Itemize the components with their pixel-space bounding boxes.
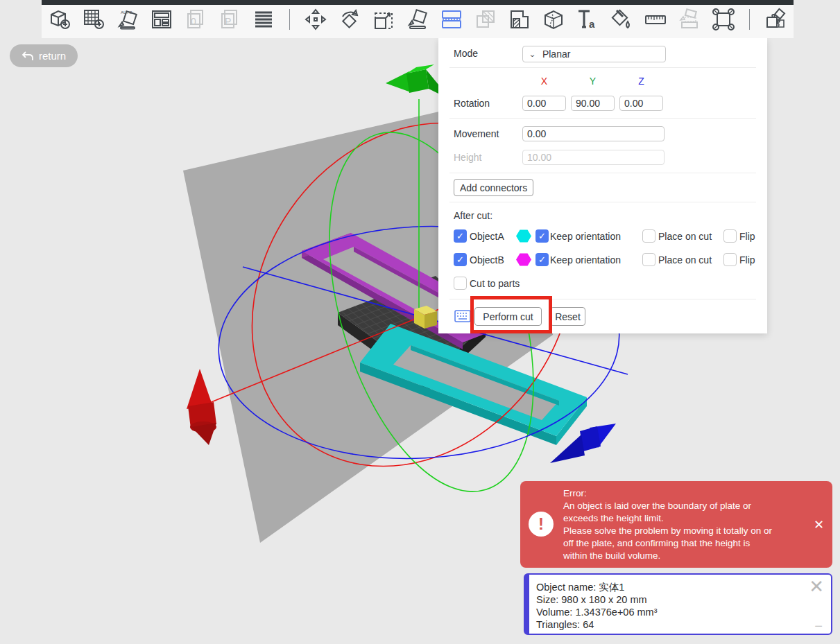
mode-label: Mode: [454, 48, 478, 59]
rotation-x-input[interactable]: [522, 96, 566, 111]
object-b-flip-checkbox[interactable]: [723, 253, 737, 266]
object-a-checkbox[interactable]: ✓: [454, 229, 467, 243]
boolean-tool-icon[interactable]: [473, 6, 498, 33]
add-connectors-button[interactable]: Add connectors: [454, 179, 533, 196]
return-label: return: [39, 50, 66, 62]
return-button[interactable]: return: [10, 44, 78, 67]
after-cut-row-object-a: ✓ ObjectA ✓ Keep orientation Place on cu…: [438, 229, 767, 245]
move-tool-icon[interactable]: [303, 6, 328, 33]
object-b-label: ObjectB: [470, 254, 504, 266]
after-cut-row-object-b: ✓ ObjectB ✓ Keep orientation Place on cu…: [438, 253, 767, 268]
svg-text:a: a: [589, 18, 595, 30]
rotation-label: Rotation: [454, 98, 490, 109]
split-parts-tool-icon[interactable]: [763, 6, 788, 33]
object-volume-line: Volume: 1.34376e+06 mm³: [536, 606, 658, 618]
svg-text:P: P: [225, 16, 231, 27]
split-cube-tool-icon[interactable]: [541, 6, 566, 33]
height-label: Height: [454, 152, 481, 163]
object-b-place-on-cut-checkbox[interactable]: [642, 253, 655, 266]
place-on-cut-label: Place on cut: [658, 231, 712, 242]
error-message: Error: An object is laid over the bounda…: [563, 487, 792, 562]
mode-value: Planar: [542, 49, 570, 60]
fixture-tool-icon[interactable]: [711, 6, 736, 33]
cut-panel: Mode ⌄ Planar X Y Z Rotation Movement He…: [438, 38, 767, 333]
object-name-line: Object name: 实体1: [536, 581, 658, 593]
svg-text:0: 0: [191, 16, 196, 27]
cut-tool-icon[interactable]: [439, 6, 464, 33]
place-on-cut-label: Place on cut: [658, 254, 712, 266]
rotate-tool-icon[interactable]: [337, 6, 362, 33]
mode-select[interactable]: ⌄ Planar: [522, 46, 666, 62]
rotation-z-input[interactable]: [619, 96, 663, 111]
cut-to-parts-label: Cut to parts: [470, 278, 520, 289]
cut-to-parts-row: Cut to parts: [438, 277, 767, 292]
reset-button[interactable]: Reset: [550, 307, 585, 326]
doc-p-icon[interactable]: P: [217, 6, 242, 33]
flip-label: Flip: [739, 231, 755, 242]
app-window: AUTO 0 P a return Mode: [0, 0, 840, 644]
toast-close-icon[interactable]: ✕: [814, 517, 824, 532]
add-plate-icon[interactable]: [81, 6, 106, 33]
object-a-keep-orientation-checkbox[interactable]: ✓: [535, 229, 549, 243]
toolbar-separator: [289, 9, 290, 30]
object-a-flip-checkbox[interactable]: [723, 229, 737, 243]
keep-orientation-label: Keep orientation: [550, 254, 621, 266]
object-info-panel: Object name: 实体1 Size: 980 x 180 x 20 mm…: [524, 573, 832, 635]
object-b-keep-orientation-checkbox[interactable]: ✓: [535, 253, 549, 266]
add-model-icon[interactable]: [47, 6, 72, 33]
movement-label: Movement: [454, 128, 499, 139]
object-b-color-swatch: [516, 253, 531, 266]
height-input[interactable]: [522, 150, 665, 165]
perform-cut-highlight-annotation: [470, 296, 552, 333]
object-size-line: Size: 980 x 180 x 20 mm: [536, 593, 658, 606]
keep-orientation-label: Keep orientation: [550, 231, 621, 242]
scale-tool-icon[interactable]: [371, 6, 396, 33]
object-triangles-line: Triangles: 64: [536, 618, 658, 631]
toolbar-separator: [749, 9, 750, 30]
undo-arrow-icon: [22, 51, 34, 61]
info-close-icon[interactable]: ✕: [809, 579, 824, 594]
error-toast: ! Error: An object is laid over the boun…: [520, 481, 832, 568]
object-a-place-on-cut-checkbox[interactable]: [642, 229, 655, 243]
auto-arrange-icon[interactable]: AUTO: [115, 6, 140, 33]
flatten-tool-icon[interactable]: [677, 6, 702, 33]
axis-z-label: Z: [619, 76, 663, 87]
lay-flat-tool-icon[interactable]: [405, 6, 430, 33]
doc-zero-icon[interactable]: 0: [183, 6, 208, 33]
layout-panel-icon[interactable]: [149, 6, 174, 33]
corner-tool-icon[interactable]: [507, 6, 532, 33]
toolbar: AUTO 0 P a: [42, 0, 794, 38]
measure-tool-icon[interactable]: [643, 6, 668, 33]
axis-y-label: Y: [571, 76, 615, 87]
error-icon: !: [529, 512, 554, 537]
cut-to-parts-checkbox[interactable]: [454, 277, 467, 290]
keyboard-icon[interactable]: [454, 310, 471, 322]
axis-x-label: X: [522, 76, 566, 87]
toolbar-top-band: [42, 0, 794, 5]
text-tool-icon[interactable]: a: [575, 6, 600, 33]
paint-tool-icon[interactable]: [609, 6, 634, 33]
object-a-color-swatch: [516, 229, 531, 243]
object-list-icon[interactable]: [251, 6, 276, 33]
object-b-checkbox[interactable]: ✓: [454, 253, 467, 266]
object-a-label: ObjectA: [470, 231, 504, 242]
flip-label: Flip: [739, 254, 755, 266]
gizmo-handle-x[interactable]: [187, 369, 216, 445]
chevron-down-icon: ⌄: [529, 50, 536, 58]
movement-input[interactable]: [522, 126, 665, 141]
info-minimize-icon[interactable]: −: [814, 621, 823, 631]
after-cut-label: After cut:: [454, 210, 492, 221]
rotation-y-input[interactable]: [571, 96, 615, 111]
